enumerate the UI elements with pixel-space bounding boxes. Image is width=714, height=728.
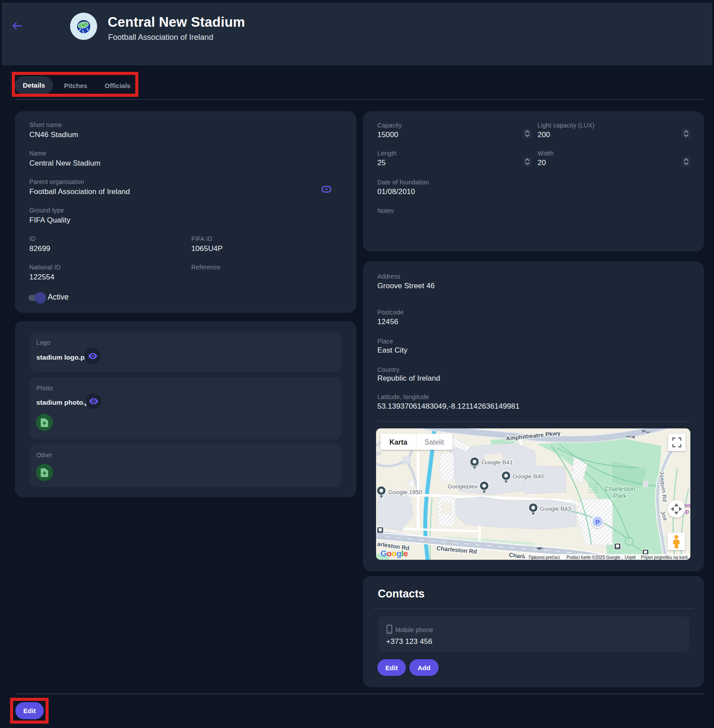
attribution-shortcuts[interactable]: Tipkovni prečaci xyxy=(528,555,560,560)
add-photo-button[interactable] xyxy=(36,414,53,431)
logo-subcard: Logo stadium logo.png xyxy=(30,332,341,372)
map-tab-karta[interactable]: Karta xyxy=(390,438,408,446)
transit-icon[interactable] xyxy=(614,543,621,550)
logo-label: Logo xyxy=(36,339,50,346)
contact-edit-label: Edit xyxy=(385,664,397,671)
footer-edit-button[interactable]: Edit xyxy=(15,702,44,719)
active-toggle[interactable] xyxy=(28,295,44,301)
field-value: 200 xyxy=(538,131,550,139)
add-other-button[interactable] xyxy=(36,464,53,481)
fullscreen-button[interactable] xyxy=(668,434,686,451)
eye-icon xyxy=(89,398,98,405)
field-label: National ID xyxy=(29,264,60,271)
details-card: Short name CN46 Stadium Name Central New… xyxy=(15,111,356,313)
view-logo-button[interactable] xyxy=(84,348,101,364)
parking-icon[interactable]: P xyxy=(592,516,603,527)
marker-label: Googleplex xyxy=(448,483,478,490)
mobile-phone-icon xyxy=(387,625,392,634)
map-canvas: Amphitheatre Pkwy arleston Rd Charleston… xyxy=(376,428,690,560)
contacts-title: Contacts xyxy=(378,587,425,600)
phone-label: Mobile phone xyxy=(395,626,433,633)
field-value: 01/08/2010 xyxy=(377,187,415,196)
field-label: Light capacity (LUX) xyxy=(538,122,594,129)
field-label: Place xyxy=(377,338,393,345)
tab-details-label: Details xyxy=(23,81,45,89)
contact-add-label: Add xyxy=(418,664,430,671)
field-label: Short name xyxy=(29,121,62,128)
field-label: Date of foundation xyxy=(377,179,429,186)
contacts-card: Contacts Mobile phone +373 123 456 Edit … xyxy=(363,576,704,687)
file-plus-icon xyxy=(41,418,48,427)
capacity-stepper[interactable] xyxy=(523,129,531,138)
field-value: 82699 xyxy=(29,244,50,253)
length-stepper[interactable] xyxy=(523,157,531,166)
files-card: Logo stadium logo.png Photo stadium phot… xyxy=(15,321,356,497)
contacts-divider xyxy=(373,608,693,609)
field-value: East City xyxy=(377,346,408,355)
pan-control[interactable] xyxy=(668,500,685,518)
edge-label: 0 xyxy=(376,442,380,448)
field-label: Address xyxy=(377,273,401,280)
tab-pitches[interactable]: Pitches xyxy=(64,82,87,89)
edge-label: 00 xyxy=(376,451,381,457)
field-label: Parent organisation xyxy=(29,178,84,185)
back-arrow-icon[interactable] xyxy=(11,21,23,30)
page-title: Central New Stadium xyxy=(108,14,245,30)
field-value: 20 xyxy=(538,159,546,167)
marker-label: Google B40 xyxy=(513,473,544,480)
address-divider xyxy=(377,421,690,422)
field-label: Country xyxy=(377,366,399,373)
photo-subcard: Photo stadium photo.jpg xyxy=(30,377,341,439)
field-label: Ground type xyxy=(29,207,64,214)
field-label: Capacity xyxy=(377,122,402,129)
light-capacity-stepper[interactable] xyxy=(682,129,690,138)
svg-text:P: P xyxy=(595,518,600,526)
link-icon[interactable] xyxy=(321,186,331,193)
attribution-data: Podaci karte ©2025 Google xyxy=(566,555,620,560)
map-tab-satelit[interactable]: Satelit xyxy=(425,438,444,446)
contact-edit-button[interactable]: Edit xyxy=(377,659,406,676)
field-label: Reference xyxy=(191,264,220,271)
field-value: 122554 xyxy=(29,273,54,282)
marker-label: Google 1950 xyxy=(388,489,422,495)
other-label: Other xyxy=(36,452,52,459)
page-subtitle: Football Association of Ireland xyxy=(108,33,213,42)
view-photo-button[interactable] xyxy=(85,393,102,409)
tab-officials[interactable]: Officials xyxy=(105,82,130,89)
stadium-icon xyxy=(75,18,92,34)
marker-label: Google B41 xyxy=(482,459,513,466)
field-value: CN46 Stadium xyxy=(29,131,78,139)
attribution-report[interactable]: Prijavi pogrešku na karti xyxy=(641,555,688,560)
google-logo: Google xyxy=(380,549,408,558)
tab-details[interactable]: Details xyxy=(15,76,53,94)
other-subcard: Other xyxy=(30,443,341,487)
footer-divider xyxy=(15,693,704,694)
address-card: Address Groove Street 46 Postcode 12456 … xyxy=(363,262,704,571)
field-value: 1065U4P xyxy=(191,244,223,253)
toggle-knob xyxy=(35,292,46,304)
active-label: Active xyxy=(48,293,69,302)
field-value: Central New Stadium xyxy=(29,159,101,168)
photo-label: Photo xyxy=(36,385,53,392)
metrics-card: Capacity 15000 Light capacity (LUX) 200 … xyxy=(363,111,704,251)
file-plus-icon xyxy=(41,468,48,477)
marker-label: Google B43 xyxy=(540,505,571,512)
field-value: 53.13937061483049,-8.121142636149981 xyxy=(377,402,520,411)
phone-value: +373 123 456 xyxy=(386,637,433,646)
field-label: Width xyxy=(538,150,554,157)
transit-icon[interactable] xyxy=(377,527,383,534)
map[interactable]: Amphitheatre Pkwy arleston Rd Charleston… xyxy=(376,428,690,560)
contact-add-button[interactable]: Add xyxy=(409,659,439,676)
field-label: Postcode xyxy=(377,309,404,316)
tabs-divider xyxy=(15,99,704,100)
field-label: Notes xyxy=(377,207,394,214)
attribution-terms[interactable]: Uvjeti xyxy=(625,555,636,560)
footer-edit-label: Edit xyxy=(23,707,35,714)
eye-icon xyxy=(88,353,98,360)
park-label-line1: Charleston xyxy=(605,485,635,492)
park-label-line2: Park xyxy=(613,492,627,499)
svg-text:,: , xyxy=(621,555,623,560)
width-stepper[interactable] xyxy=(682,157,690,166)
field-label: Latitude, longitude xyxy=(377,393,429,400)
field-value: 12456 xyxy=(377,318,398,326)
